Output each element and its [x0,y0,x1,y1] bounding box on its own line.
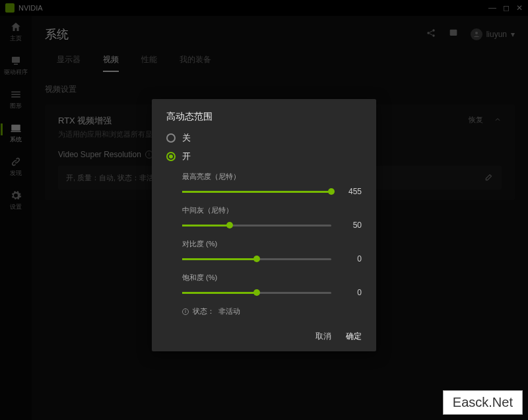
radio-icon [166,133,176,143]
slider-value: 455 [341,187,362,196]
slider-label: 饱和度 (%) [182,273,362,283]
slider-max-brightness: 最高亮度（尼特） 455 [182,172,362,196]
status-value: 非活动 [218,306,240,316]
radio-off[interactable]: 关 [166,132,362,144]
slider-track[interactable] [182,258,331,260]
slider-track[interactable] [182,225,331,227]
info-icon: i [182,308,189,315]
slider-contrast: 对比度 (%) 0 [182,239,362,263]
status-label: 状态： [193,306,214,316]
dialog-buttons: 取消 确定 [166,331,362,342]
slider-track[interactable] [182,292,331,294]
slider-value: 0 [341,254,362,263]
slider-value: 0 [341,288,362,297]
slider-label: 中间灰（尼特） [182,205,362,215]
radio-on[interactable]: 开 [166,151,362,162]
slider-track[interactable] [182,191,331,193]
radio-off-label: 关 [182,132,191,144]
slider-label: 对比度 (%) [182,239,362,249]
cancel-button[interactable]: 取消 [315,331,331,342]
modal-overlay: 高动态范围 关 开 最高亮度（尼特） 455 中间灰（尼特） 50 [0,0,528,420]
slider-mid-gray: 中间灰（尼特） 50 [182,205,362,230]
radio-on-label: 开 [182,151,191,162]
hdr-dialog: 高动态范围 关 开 最高亮度（尼特） 455 中间灰（尼特） 50 [152,99,376,351]
ok-button[interactable]: 确定 [346,331,362,342]
dialog-status: i 状态： 非活动 [182,306,362,316]
slider-value: 50 [341,221,362,230]
slider-label: 最高亮度（尼特） [182,172,362,182]
slider-saturation: 饱和度 (%) 0 [182,273,362,297]
radio-selected-icon [166,152,176,161]
dialog-title: 高动态范围 [166,111,362,123]
watermark: Easck.Net [443,390,523,415]
sliders-group: 最高亮度（尼特） 455 中间灰（尼特） 50 对比度 (%) 0 [182,172,362,297]
